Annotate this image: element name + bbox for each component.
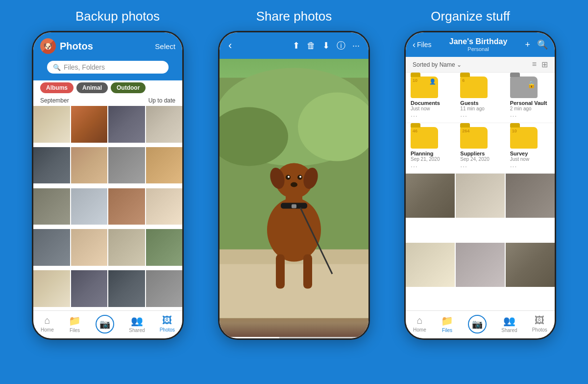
folder-date: Just now <box>510 156 529 162</box>
photo-cell[interactable] <box>71 229 108 266</box>
nav-files-label: Files <box>70 328 80 333</box>
folder-menu-icon[interactable]: ··· <box>460 162 467 170</box>
sort-text: Sorted by Name <box>413 61 455 68</box>
folder-guests[interactable]: 6 Guests 11 min ago ··· <box>455 73 505 123</box>
tag-outdoor[interactable]: Outdoor <box>111 82 146 93</box>
phone-backup: 🐶 Photos Select 🔍 Files, Folders Albums … <box>32 31 184 340</box>
nav-photos-label: Photos <box>532 327 547 333</box>
p1-search-bar[interactable]: 🔍 Files, Folders <box>47 61 169 74</box>
folder-planning[interactable]: 46 Planning Sep 21, 2020 ··· <box>406 123 455 174</box>
download-icon[interactable]: ⬇ <box>322 40 330 51</box>
folder-icon-vault: 🔒 <box>510 77 538 98</box>
photo-cell[interactable] <box>146 188 183 225</box>
folder-name: Planning <box>411 151 433 156</box>
photo-cell[interactable] <box>506 174 555 218</box>
folder-icon-wrap: 10 <box>510 127 538 149</box>
folder-icon: 6 <box>460 77 488 98</box>
folder-personal-vault[interactable]: 🔒 Personal Vault 2 min ago ··· <box>505 73 555 123</box>
photo-cell[interactable] <box>33 188 70 225</box>
photo-cell[interactable] <box>108 270 145 307</box>
photo-cell[interactable] <box>108 188 145 225</box>
lock-icon: 🔒 <box>527 80 536 88</box>
folder-badge: 46 <box>413 128 417 133</box>
folder-menu-icon[interactable]: ··· <box>510 162 517 170</box>
photo-cell[interactable] <box>146 106 183 143</box>
folder-suppliers[interactable]: 264 Suppliers Sep 24, 2020 ··· <box>455 123 505 174</box>
nav-files[interactable]: 📁 Files <box>441 315 453 333</box>
folder-survey[interactable]: 10 Survey Just now ··· <box>505 123 555 174</box>
photo-cell[interactable] <box>33 229 70 266</box>
folder-menu-icon[interactable]: ··· <box>411 112 418 120</box>
svg-point-16 <box>299 176 301 178</box>
svg-rect-7 <box>276 255 285 289</box>
delete-icon[interactable]: 🗑 <box>307 41 316 51</box>
photo-cell[interactable] <box>146 147 183 184</box>
sort-label[interactable]: Sorted by Name ⌄ <box>413 61 462 68</box>
files-icon: 📁 <box>441 315 453 327</box>
photo-cell[interactable] <box>71 270 108 307</box>
shared-icon: 👥 <box>131 315 143 327</box>
photo-cell[interactable] <box>506 243 555 287</box>
nav-shared[interactable]: 👥 Shared <box>501 315 517 333</box>
sort-chevron-icon: ⌄ <box>457 61 462 68</box>
folder-name: Personal Vault <box>510 100 547 106</box>
photo-cell[interactable] <box>108 147 145 184</box>
files-icon: 📁 <box>69 315 81 327</box>
folder-menu-icon[interactable]: ··· <box>411 162 418 170</box>
nav-home[interactable]: ⌂ Home <box>41 315 54 333</box>
back-button[interactable]: ‹ <box>228 39 232 52</box>
tag-animal[interactable]: Animal <box>76 82 108 93</box>
nav-camera[interactable]: 📷 <box>468 315 487 333</box>
info-icon[interactable]: ⓘ <box>337 40 345 51</box>
photo-cell[interactable] <box>456 243 505 287</box>
folder-name: Suppliers <box>460 151 485 156</box>
p1-select-button[interactable]: Select <box>155 42 175 51</box>
p3-bottom-nav: ⌂ Home 📁 Files 📷 👥 Shared 🖼 <box>406 310 555 338</box>
p2-photo-view[interactable] <box>220 59 368 337</box>
photo-cell[interactable] <box>406 243 455 287</box>
nav-home-label: Home <box>413 327 426 333</box>
nav-photos[interactable]: 🖼 Photos <box>160 315 175 333</box>
photo-cell[interactable] <box>33 270 70 307</box>
nav-home[interactable]: ⌂ Home <box>413 315 426 333</box>
photo-cell[interactable] <box>71 147 108 184</box>
p1-photo-grid <box>33 106 182 310</box>
folder-date: 2 min ago <box>510 106 532 111</box>
photo-cell[interactable] <box>146 270 183 307</box>
photo-cell[interactable] <box>456 174 505 218</box>
search-button[interactable]: 🔍 <box>537 39 548 50</box>
list-view-icon[interactable]: ≡ <box>532 60 537 69</box>
p3-sort-bar: Sorted by Name ⌄ ≡ ⊞ <box>406 57 555 73</box>
nav-files[interactable]: 📁 Files <box>69 315 81 333</box>
folder-name: Survey <box>510 151 528 156</box>
nav-camera[interactable]: 📷 <box>96 315 114 333</box>
photos-icon: 🖼 <box>162 315 172 326</box>
nav-photos[interactable]: 🖼 Photos <box>532 315 547 333</box>
photo-cell[interactable] <box>108 229 145 266</box>
p3-back-button[interactable]: ‹ Files <box>413 40 432 50</box>
photo-cell[interactable] <box>33 147 70 184</box>
folder-icon: 10 👤 <box>411 77 438 98</box>
view-toggle: ≡ ⊞ <box>532 60 548 69</box>
photo-cell[interactable] <box>146 229 183 266</box>
folder-menu-icon[interactable]: ··· <box>510 112 517 120</box>
svg-point-17 <box>291 182 297 187</box>
phone-share: ‹ ⬆ 🗑 ⬇ ⓘ ··· <box>218 31 370 340</box>
photo-cell[interactable] <box>71 106 108 143</box>
p3-folders-grid: 10 👤 Documents Just now ··· 6 <box>406 73 555 174</box>
photo-cell[interactable] <box>108 106 145 143</box>
folder-icon: 46 <box>411 127 438 149</box>
photo-cell[interactable] <box>71 188 108 225</box>
photo-cell[interactable] <box>33 106 70 143</box>
grid-view-icon[interactable]: ⊞ <box>541 60 548 69</box>
nav-shared[interactable]: 👥 Shared <box>129 315 145 333</box>
more-icon[interactable]: ··· <box>352 41 360 51</box>
folder-badge: 264 <box>462 128 469 133</box>
photo-cell[interactable] <box>406 174 455 218</box>
add-button[interactable]: + <box>525 40 530 50</box>
share-icon[interactable]: ⬆ <box>293 40 300 51</box>
camera-icon: 📷 <box>472 319 483 330</box>
tag-albums[interactable]: Albums <box>40 82 74 93</box>
folder-documents[interactable]: 10 👤 Documents Just now ··· <box>406 73 455 123</box>
folder-menu-icon[interactable]: ··· <box>460 112 467 120</box>
